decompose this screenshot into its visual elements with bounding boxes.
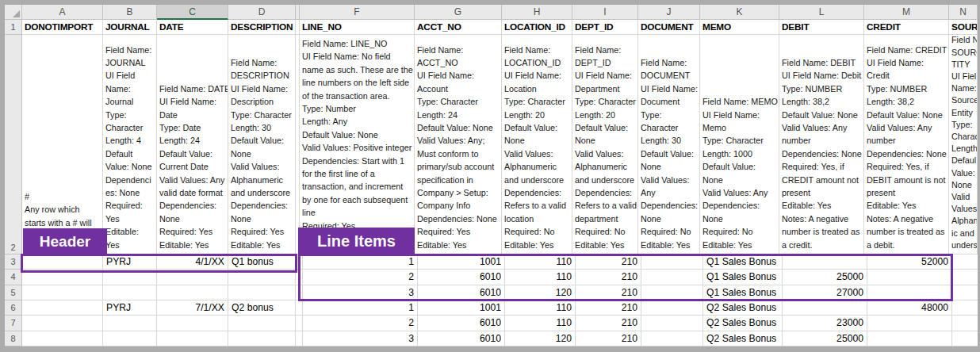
cell-N7[interactable] [952,316,978,331]
cell-E7[interactable] [296,316,303,331]
cell-A3[interactable] [22,254,103,270]
cell-N2[interactable]: Field N SOURCE TITY UI Fiel Name: Source… [949,35,978,254]
cell-C5[interactable] [157,285,228,300]
cell-D6[interactable]: Q2 bonus [228,300,296,316]
cell-B1[interactable]: JOURNAL [103,20,157,35]
cell-J7[interactable] [641,316,703,331]
cell-J3[interactable] [641,254,703,270]
cell-K5[interactable]: Q1 Sales Bonus [703,285,783,300]
cell-A6[interactable] [22,300,103,316]
cell-H7[interactable]: 110 [505,316,576,331]
cell-K8[interactable]: Q2 Sales Bonus [703,331,783,346]
cell-C1[interactable]: DATE [157,20,228,35]
cell-J8[interactable] [641,331,703,346]
cell-M2[interactable]: Field Name: CREDIT UI Field Name: Credit… [864,35,949,254]
cell-A7[interactable] [22,316,103,331]
cell-D5[interactable] [228,285,296,300]
cell-F3[interactable]: 1 [303,254,418,270]
cell-I8[interactable]: 210 [576,331,641,346]
cell-I1[interactable]: DEPT_ID [572,20,638,35]
row-number-3[interactable]: 3 [5,254,22,270]
cell-L5[interactable]: 27000 [783,285,867,300]
column-header-N[interactable]: N [949,5,978,20]
cell-B7[interactable] [103,316,157,331]
column-header-M[interactable]: M [864,5,949,20]
cell-C2[interactable]: Field Name: DATE UI Field Name: Date Typ… [157,35,228,254]
column-header-C[interactable]: C [157,5,228,20]
cell-C6[interactable]: 7/1/XX [157,300,228,316]
cell-L2[interactable]: Field Name: DEBIT UI Field Name: Debit T… [779,35,864,254]
cell-H5[interactable]: 120 [505,285,576,300]
cell-M3[interactable]: 52000 [867,254,952,270]
cell-H8[interactable]: 120 [505,331,576,346]
cell-F7[interactable]: 2 [303,316,418,331]
cell-F5[interactable]: 3 [303,285,418,300]
row-number-5[interactable]: 5 [5,285,22,300]
column-header-B[interactable]: B [103,5,157,20]
cell-D3[interactable]: Q1 bonus [228,254,296,270]
cell-B8[interactable] [103,331,157,346]
cell-L7[interactable]: 23000 [783,316,867,331]
cell-I7[interactable]: 210 [576,316,641,331]
cell-L8[interactable]: 25000 [783,331,867,346]
cell-M8[interactable] [867,331,952,346]
cell-C3[interactable]: 4/1/XX [157,254,228,270]
cell-G5[interactable]: 6010 [418,285,505,300]
cell-B2[interactable]: Field Name: JOURNAL UI Field Name: Journ… [103,35,157,254]
row-number-8[interactable]: 8 [5,331,22,346]
cell-K7[interactable]: Q2 Sales Bonus [703,316,783,331]
cell-J6[interactable] [641,300,703,316]
cell-L4[interactable]: 25000 [783,270,867,285]
cell-N4[interactable] [952,270,978,285]
cell-I3[interactable]: 210 [576,254,641,270]
cell-H3[interactable]: 110 [505,254,576,270]
cell-N1[interactable]: SOURCEENTITY [949,20,978,35]
cell-I4[interactable]: 210 [576,270,641,285]
row-number-1[interactable]: 1 [5,20,22,35]
column-header-J[interactable]: J [638,5,700,20]
cell-B3[interactable]: PYRJ [103,254,157,270]
cell-G8[interactable]: 6010 [418,331,505,346]
cell-L1[interactable]: DEBIT [779,20,864,35]
column-header-I[interactable]: I [572,5,638,20]
cell-J1[interactable]: DOCUMENT [638,20,700,35]
cell-M7[interactable] [867,316,952,331]
cell-M6[interactable]: 48000 [867,300,952,316]
cell-D1[interactable]: DESCRIPTION [228,20,296,35]
cell-I6[interactable]: 210 [576,300,641,316]
column-header-H[interactable]: H [502,5,572,20]
column-header-A[interactable]: A [22,5,103,20]
column-header-F[interactable]: F [300,5,415,20]
cell-G4[interactable]: 6010 [418,270,505,285]
cell-J4[interactable] [641,270,703,285]
cell-K3[interactable]: Q1 Sales Bonus [703,254,783,270]
cell-F1[interactable]: LINE_NO [300,20,415,35]
cell-L3[interactable] [783,254,867,270]
cell-M5[interactable] [867,285,952,300]
cell-I2[interactable]: Field Name: DEPT_ID UI Field Name: Depar… [572,35,638,254]
cell-D4[interactable] [228,270,296,285]
cell-E8[interactable] [296,331,303,346]
cell-B5[interactable] [103,285,157,300]
cell-M1[interactable]: CREDIT [864,20,949,35]
cell-G7[interactable]: 6010 [418,316,505,331]
cell-D2[interactable]: Field Name: DESCRIPTION UI Field Name: D… [228,35,296,254]
cell-C4[interactable] [157,270,228,285]
cell-F6[interactable]: 1 [303,300,418,316]
cell-G6[interactable]: 1001 [418,300,505,316]
cell-A5[interactable] [22,285,103,300]
cell-K1[interactable]: MEMO [700,20,779,35]
cell-H1[interactable]: LOCATION_ID [502,20,572,35]
cell-G1[interactable]: ACCT_NO [415,20,502,35]
cell-E3[interactable] [296,254,303,270]
cell-G2[interactable]: Field Name: ACCT_NO UI Field Name: Accou… [415,35,502,254]
cell-N3[interactable] [952,254,978,270]
cell-E6[interactable] [296,300,303,316]
cell-M4[interactable] [867,270,952,285]
cell-H4[interactable]: 110 [505,270,576,285]
column-header-G[interactable]: G [415,5,502,20]
cell-A2[interactable]: # Any row which starts with a # will [22,35,103,254]
cell-H2[interactable]: Field Name: LOCATION_ID UI Field Name: L… [502,35,572,254]
row-number-6[interactable]: 6 [5,300,22,316]
column-header-L[interactable]: L [779,5,864,20]
